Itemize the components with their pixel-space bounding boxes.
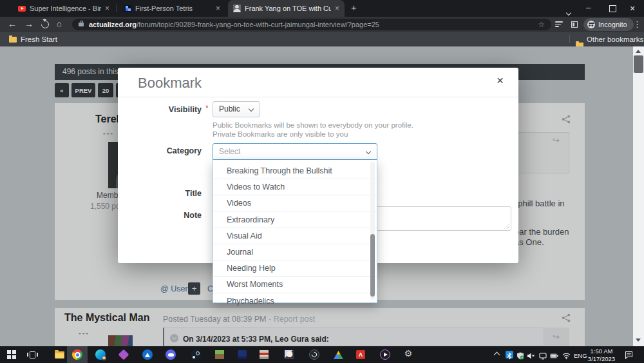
window-minimize-button[interactable]: – (586, 3, 591, 12)
dropdown-option[interactable]: Extraordinary (213, 211, 377, 228)
visibility-select[interactable]: Public (213, 101, 260, 117)
modal-divider (118, 97, 518, 97)
chrome-taskbar-icon[interactable] (72, 349, 82, 360)
battery-icon[interactable] (550, 351, 558, 358)
bookmarks-bar: Fresh Start Other bookmarks (0, 32, 644, 46)
bookmark-star-icon[interactable]: ☆ (538, 20, 545, 29)
dropdown-option[interactable]: Journal (213, 244, 377, 260)
edge-taskbar-icon[interactable] (95, 349, 106, 360)
other-bookmarks[interactable]: Other bookmarks (587, 35, 643, 43)
volume-muted-icon[interactable] (527, 351, 535, 358)
discord-icon[interactable] (166, 349, 176, 360)
media-player-icon[interactable] (380, 349, 390, 360)
playlist-extension-icon[interactable] (555, 21, 563, 28)
tetris-favicon (124, 5, 131, 12)
scroll-down-icon[interactable] (636, 338, 641, 342)
home-icon[interactable]: ⌂ (57, 19, 62, 29)
dropdown-option[interactable]: Phychadelics (213, 293, 377, 309)
tab-title: First-Person Tetris (135, 5, 212, 12)
category-select[interactable]: Select (213, 143, 377, 160)
screen: Super Intelligence - Binaural Beat × Fir… (0, 0, 644, 363)
title-label: Title (118, 189, 202, 198)
incognito-badge: Incognito (583, 18, 634, 31)
chevron-down-icon (249, 106, 254, 112)
scroll-up-icon[interactable] (636, 50, 641, 53)
emulator-app-icon[interactable] (260, 350, 269, 359)
dropdown-option[interactable]: Visual Aid (213, 228, 377, 244)
settings-gear-icon[interactable]: ⚙ (403, 348, 413, 358)
tab-close-icon[interactable]: × (216, 4, 220, 13)
modal-title: Bookmark (138, 75, 202, 92)
page-content: 496 posts in this topic « PREV 20 21 Ter… (0, 46, 644, 346)
tab-frank-yang-active[interactable]: Frank Yang on TOE with Curt Jaim × (228, 0, 345, 17)
bookmarks-divider (569, 35, 570, 43)
atom-app-icon[interactable] (142, 349, 153, 360)
extension-icon[interactable] (571, 21, 578, 28)
dropdown-option[interactable]: Videos (213, 195, 377, 211)
address-bar[interactable]: actualized.org /forum/topic/90289-frank-… (72, 19, 551, 30)
game-app-icon[interactable] (238, 350, 247, 359)
modal-close-icon[interactable]: × (497, 74, 504, 88)
category-dropdown: Breaking Through the Bullshit Videos to … (213, 160, 377, 303)
acrobat-icon[interactable]: Λ (356, 350, 365, 359)
tab-divider (117, 5, 117, 12)
minecraft-icon[interactable] (215, 350, 224, 359)
visibility-value: Public (219, 104, 240, 113)
page-scrollbar[interactable] (633, 46, 644, 346)
dropdown-option[interactable]: Needing Help (213, 260, 377, 276)
browser-menu-icon[interactable]: ⋮ (633, 19, 641, 29)
visibility-helper-2: Private Bookmarks are only visible to yo… (213, 130, 348, 138)
dropdown-option[interactable]: Worst Moments (213, 276, 377, 292)
tray-date: 3/17/2023 (585, 355, 618, 363)
back-icon[interactable]: ← (8, 19, 17, 29)
tab-title: Frank Yang on TOE with Curt Jaim (245, 5, 331, 12)
file-explorer-icon[interactable] (55, 351, 64, 358)
window-maximize-button[interactable] (609, 5, 616, 12)
category-label: Category (118, 146, 202, 155)
tray-clock[interactable]: 1:50 AM 3/17/2023 (585, 348, 618, 363)
url-host: actualized.org (89, 21, 137, 28)
scrollbar-thumb[interactable] (634, 55, 643, 73)
person-favicon (233, 5, 241, 12)
dropdown-option[interactable]: Breaking Through the Bullshit (213, 163, 377, 179)
incognito-spy-icon (587, 21, 595, 28)
bluetooth-icon[interactable] (506, 351, 513, 358)
visibility-helper-1: Public Bookmarks will be shown to everyb… (213, 121, 413, 129)
chevron-down-icon (366, 149, 371, 154)
tab-strip: Super Intelligence - Binaural Beat × Fir… (0, 0, 644, 17)
task-view-icon[interactable] (30, 351, 35, 358)
tab-super-intelligence[interactable]: Super Intelligence - Binaural Beat × (13, 0, 115, 17)
display-icon[interactable] (539, 351, 547, 358)
security-shield-icon[interactable] (516, 351, 524, 358)
note-label: Note (118, 211, 202, 220)
lock-icon[interactable] (79, 23, 84, 26)
obs-icon[interactable] (309, 349, 319, 360)
tab-title: Super Intelligence - Binaural Beat (30, 5, 101, 12)
tab-close-icon[interactable]: × (335, 4, 339, 13)
dropdown-scrollbar-track[interactable] (370, 162, 375, 300)
window-close-button[interactable]: × (630, 3, 635, 14)
dropdown-option[interactable]: Videos to Watch (213, 179, 377, 195)
action-center-icon[interactable] (625, 350, 632, 358)
visibility-label: Visibility (118, 105, 202, 114)
tab-tetris[interactable]: First-Person Tetris × (119, 0, 225, 17)
folder-icon (9, 37, 17, 43)
anime-avatar-app-icon[interactable] (285, 350, 294, 359)
tray-time: 1:50 AM (585, 348, 618, 355)
bookmark-fresh-start[interactable]: Fresh Start (21, 35, 57, 43)
category-placeholder: Select (219, 147, 240, 156)
incognito-label: Incognito (598, 21, 627, 28)
wifi-icon[interactable] (562, 351, 570, 358)
reload-icon[interactable] (40, 19, 51, 30)
new-tab-button[interactable]: + (351, 3, 357, 12)
url-path: /forum/topic/90289-frank-yang-on-toe-wit… (137, 21, 379, 28)
required-asterisk: * (205, 104, 209, 113)
tab-close-icon[interactable]: × (105, 4, 109, 13)
youtube-favicon (18, 6, 26, 12)
dropdown-scrollbar-thumb[interactable] (370, 234, 375, 297)
forward-icon[interactable]: → (24, 19, 33, 29)
steam-icon[interactable] (191, 349, 201, 360)
start-button-icon[interactable] (7, 350, 11, 354)
tab-search-chevron-icon[interactable] (567, 6, 571, 17)
